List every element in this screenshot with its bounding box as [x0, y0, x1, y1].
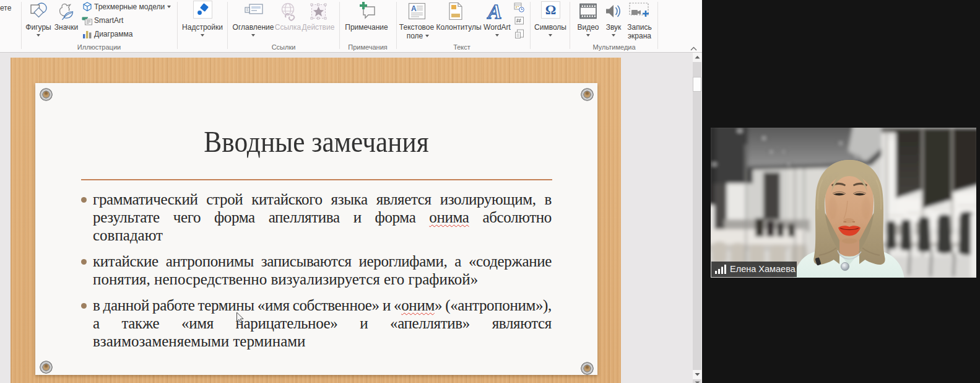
svg-text:А: А [411, 4, 417, 13]
svg-text:A: A [487, 2, 502, 21]
